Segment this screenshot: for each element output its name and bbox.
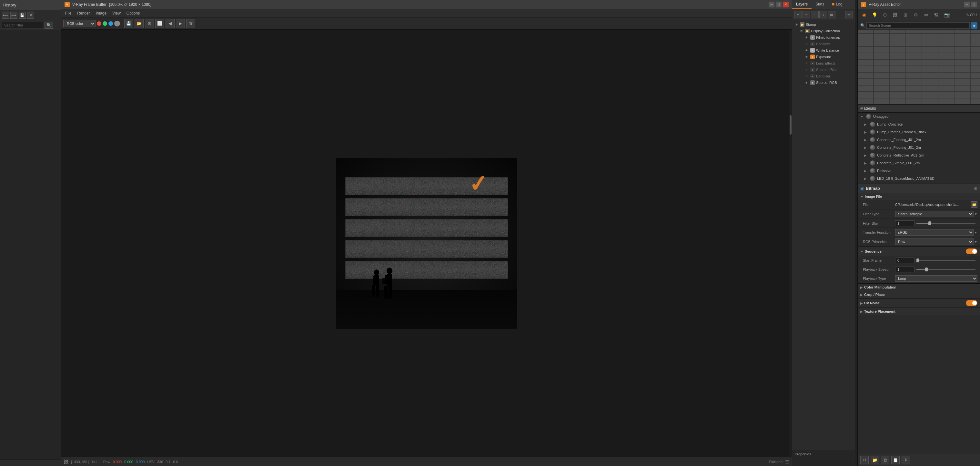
blue-channel-dot[interactable] (108, 21, 113, 26)
playback-speed-thumb[interactable] (925, 267, 928, 271)
mat-concrete-floor-2[interactable]: ▶ Concrete_Flooring_J01_2m (858, 144, 980, 151)
region-btn[interactable]: ⬜ (155, 19, 164, 28)
history-clear-btn[interactable]: ✕ (27, 12, 34, 19)
layer-eye-filmic[interactable]: 👁 (805, 35, 809, 40)
layers-up-btn[interactable]: ↑ (811, 11, 819, 18)
prop-section-header-tex-place[interactable]: ▶ Texture Placement (858, 308, 980, 315)
prop-expand-btn[interactable]: ⊞ (974, 186, 977, 191)
reset-color-btn[interactable] (114, 21, 120, 27)
bottom-delete-btn[interactable]: 🗑 (881, 456, 889, 464)
fb-menu-icon[interactable]: ☰ (785, 459, 789, 464)
mat-concrete-simple[interactable]: ▶ Concrete_Simple_D01_2m (858, 159, 980, 167)
layers-undo-btn[interactable]: ↩ (845, 11, 853, 18)
menu-render[interactable]: Render (75, 10, 92, 16)
prop-filter-type-select[interactable]: Sharp Isotropic (895, 211, 974, 217)
clear-btn[interactable]: 🗑 (186, 19, 195, 28)
main-splitter[interactable]: ⋮ (855, 0, 858, 466)
layers-down-btn[interactable]: ↓ (819, 11, 827, 18)
prev-frame-btn[interactable]: ◀ (165, 19, 175, 28)
prop-start-frame-slider[interactable] (916, 260, 975, 261)
prop-filter-blur-input[interactable] (895, 220, 915, 226)
layer-lens[interactable]: 👁 ■ Lens Effects (802, 60, 855, 67)
tab-stats[interactable]: Stats (811, 0, 828, 9)
layer-source-rgb[interactable]: 👁 ■ Source: RGB (802, 80, 855, 86)
asset-maximize-btn[interactable]: □ (971, 2, 977, 8)
layer-eye-stamp[interactable]: 👁 (794, 22, 799, 27)
green-channel-dot[interactable] (103, 21, 107, 26)
layers-remove-btn[interactable]: − (802, 11, 810, 18)
viewport-container[interactable]: ✓ (61, 30, 792, 457)
prop-playback-speed-slider[interactable] (916, 269, 975, 270)
icon-lights-btn[interactable]: 💡 (870, 10, 879, 19)
history-back-btn[interactable]: ⟵ (2, 12, 9, 19)
layer-stamp[interactable]: 👁 📁 Stamp (792, 21, 855, 28)
history-save-btn[interactable]: 💾 (19, 12, 26, 19)
prop-section-header-image-file[interactable]: ▼ Image File (858, 193, 980, 200)
layer-filmic[interactable]: 👁 ■ Filmic tonemap (802, 34, 855, 41)
mat-bump-frames[interactable]: ▶ Bump_Frames_Rahmen_Black (858, 128, 980, 136)
prop-section-header-uv[interactable]: ▶ UV Noise (858, 299, 980, 307)
prop-rgb-prim-select[interactable]: Raw (895, 239, 974, 245)
icon-geometry-btn[interactable]: ⬡ (880, 10, 889, 19)
layer-eye-lens[interactable]: 👁 (805, 61, 809, 65)
layer-sharpen[interactable]: 👁 ■ Sharpen/Blur (802, 67, 855, 73)
prop-playback-speed-input[interactable] (895, 267, 915, 272)
prop-section-header-sequence[interactable]: ▼ Sequence (858, 247, 980, 256)
menu-file[interactable]: File (63, 10, 74, 16)
prop-filter-blur-slider[interactable] (916, 223, 975, 224)
save-frame-btn[interactable]: 💾 (124, 19, 133, 28)
history-forward-btn[interactable]: ⟶ (10, 12, 18, 19)
layer-eye-exp[interactable]: 👁 (805, 54, 809, 59)
history-search-button[interactable]: 🔍 (45, 22, 53, 29)
maximize-btn[interactable]: □ (776, 2, 781, 8)
prop-section-header-color-manip[interactable]: ▶ Color Manipulation (858, 284, 980, 291)
layer-eye-dc[interactable]: 👁 (799, 29, 804, 33)
mat-concrete-floor-1[interactable]: ▶ Concrete_Flooring_J01_2m (858, 136, 980, 144)
layers-menu-btn[interactable]: ☰ (828, 11, 835, 18)
menu-view[interactable]: View (110, 10, 123, 16)
viewport-scrollbar-v[interactable] (789, 30, 792, 457)
prop-section-header-crop[interactable]: ▶ Crop / Place (858, 291, 980, 298)
asset-minimize-btn[interactable]: ─ (964, 2, 970, 8)
layer-exposure[interactable]: 👁 ■ Exposure (802, 54, 855, 60)
file-folder-btn[interactable]: 📁 (971, 201, 977, 208)
icon-override-btn[interactable]: ⇄ (921, 10, 931, 19)
bottom-folder-btn[interactable]: 📁 (870, 456, 879, 464)
icon-settings-btn[interactable]: ⚙ (911, 10, 920, 19)
layer-eye-src[interactable]: 👁 (805, 80, 809, 85)
red-channel-dot[interactable] (97, 21, 101, 26)
layer-eye-sharpen[interactable]: 👁 (805, 67, 809, 72)
asset-search-action-btn[interactable]: ⊕ (971, 22, 977, 29)
layer-white-balance[interactable]: 👁 ■ White Balance (802, 47, 855, 54)
filter-blur-thumb[interactable] (928, 221, 931, 225)
menu-options[interactable]: Options (124, 10, 142, 16)
icon-scene-btn[interactable]: 🏗 (932, 10, 941, 19)
icon-render-elements-btn[interactable]: ⊞ (901, 10, 910, 19)
icon-camera-btn[interactable]: 📷 (942, 10, 951, 19)
minimize-btn[interactable]: ─ (768, 2, 775, 8)
sequence-toggle[interactable] (966, 248, 977, 254)
bottom-refresh-btn[interactable]: ↺ (860, 456, 869, 464)
menu-image[interactable]: Image (93, 10, 109, 16)
layer-eye-denoiser[interactable]: 👁 (805, 74, 809, 78)
layer-denoiser[interactable]: 👁 ■ Denoiser (802, 73, 855, 80)
tab-log[interactable]: Log (828, 0, 846, 9)
close-btn[interactable]: ✕ (783, 2, 789, 8)
layer-eye-constant[interactable]: 👁 (805, 41, 809, 46)
start-frame-thumb[interactable] (916, 259, 919, 262)
icon-materials-btn[interactable]: ◉ (860, 10, 869, 19)
mat-led-5500[interactable]: ▶ LED_5500k_SpaceMusic (858, 182, 980, 184)
prop-start-frame-input[interactable] (895, 258, 915, 263)
history-search-input[interactable] (2, 22, 44, 29)
bottom-import-btn[interactable]: ⬇ (902, 456, 910, 464)
uv-noise-toggle[interactable] (966, 300, 977, 306)
mat-concrete-refl[interactable]: ▶ Concrete_Reflective_A01_2m (858, 151, 980, 159)
prop-playback-type-select[interactable]: Loop (895, 275, 977, 282)
prop-transfer-select[interactable]: sRGB (895, 229, 974, 235)
next-frame-btn[interactable]: ▶ (176, 19, 185, 28)
mat-bump-concrete[interactable]: ▶ Bump_Concrete (858, 120, 980, 128)
tab-layers[interactable]: Layers (792, 0, 811, 9)
viewport-scroll-thumb-v[interactable] (790, 115, 792, 135)
bottom-copy-btn[interactable]: 📋 (891, 456, 900, 464)
layer-constant[interactable]: 👁 ■ Constant (802, 41, 855, 47)
